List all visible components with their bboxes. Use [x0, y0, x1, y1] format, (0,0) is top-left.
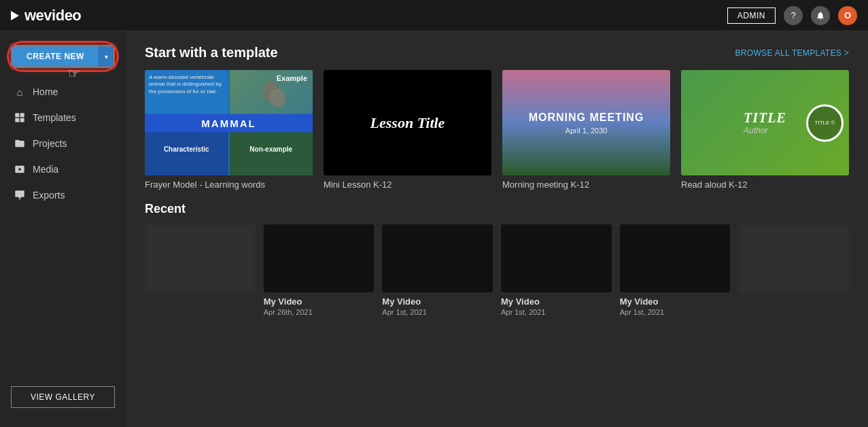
sidebar-item-projects[interactable]: Projects — [0, 131, 126, 156]
templates-section-title: Start with a template — [145, 45, 278, 61]
topbar-right: ADMIN ? O — [727, 6, 857, 25]
recent-thumb-3 — [382, 224, 493, 292]
morning-meeting-date: April 1, 2030 — [566, 126, 608, 135]
morning-meeting-label: Morning meeting K-12 — [502, 180, 670, 190]
frayer-label: Frayer Model - Learning words — [145, 180, 313, 190]
sidebar-item-media[interactable]: Media — [0, 156, 126, 182]
logo-text: wevideo — [24, 7, 81, 24]
recent-thumb-4 — [501, 224, 612, 292]
recent-thumb-1 — [145, 224, 256, 292]
topbar-left: wevideo — [11, 7, 81, 24]
view-gallery-button[interactable]: VIEW GALLERY — [11, 386, 115, 408]
topbar: wevideo ADMIN ? O — [0, 0, 868, 31]
sidebar-item-templates[interactable]: Templates — [0, 105, 126, 131]
recent-thumb-5 — [620, 224, 731, 292]
recent-card-3-date: Apr 1st, 2021 — [382, 308, 493, 316]
read-aloud-thumb: TITLE Author TITLE © — [681, 70, 849, 175]
media-icon — [14, 163, 26, 175]
recent-card-2[interactable]: My Video Apr 26th, 2021 — [264, 224, 375, 316]
svg-rect-0 — [15, 113, 19, 117]
help-icon[interactable]: ? — [784, 6, 803, 25]
content-area: Start with a template BROWSE ALL TEMPLAT… — [126, 31, 868, 427]
recent-section-title: Recent — [145, 202, 849, 216]
create-new-button[interactable]: CREATE NEW — [12, 46, 99, 67]
templates-icon — [14, 112, 26, 124]
create-new-wrapper: CREATE NEW ▾ ☞ — [0, 39, 126, 79]
exports-icon — [14, 189, 26, 201]
recent-thumb-6 — [738, 224, 849, 292]
read-aloud-author: Author — [744, 126, 767, 135]
home-icon: ⌂ — [14, 86, 26, 98]
svg-point-7 — [270, 89, 285, 108]
recent-cards-row: My Video Apr 26th, 2021 My Video Apr 1st… — [145, 224, 849, 316]
recent-card-5-date: Apr 1st, 2021 — [620, 308, 731, 316]
recent-card-6[interactable] — [738, 224, 849, 316]
recent-card-4-date: Apr 1st, 2021 — [501, 308, 612, 316]
svg-rect-3 — [20, 118, 24, 122]
create-new-dropdown-button[interactable]: ▾ — [99, 46, 114, 67]
sidebar-item-exports[interactable]: Exports — [0, 182, 126, 208]
sidebar-item-templates-label: Templates — [33, 112, 76, 123]
create-new-btn-group: CREATE NEW ▾ — [11, 45, 115, 68]
recent-card-1[interactable] — [145, 224, 256, 316]
projects-icon — [14, 137, 26, 150]
recent-card-2-name: My Video — [264, 296, 375, 307]
browse-all-templates-link[interactable]: BROWSE ALL TEMPLATES > — [735, 48, 849, 58]
sidebar-item-media-label: Media — [33, 164, 58, 175]
recent-card-5-name: My Video — [620, 296, 731, 307]
mini-lesson-label: Mini Lesson K-12 — [324, 180, 491, 190]
sidebar: CREATE NEW ▾ ☞ ⌂ Home Templates Projects — [0, 31, 126, 427]
user-avatar[interactable]: O — [838, 6, 857, 25]
recent-card-3[interactable]: My Video Apr 1st, 2021 — [382, 224, 493, 316]
svg-rect-2 — [15, 118, 19, 122]
recent-thumb-2 — [264, 224, 375, 292]
sidebar-item-exports-label: Exports — [33, 190, 65, 201]
recent-card-3-name: My Video — [382, 296, 493, 307]
recent-card-4[interactable]: My Video Apr 1st, 2021 — [501, 224, 612, 316]
template-card-frayer[interactable]: A warm-blooded vertebrate animal that is… — [145, 70, 313, 190]
recent-card-4-name: My Video — [501, 296, 612, 307]
sidebar-item-home-label: Home — [33, 86, 58, 97]
bell-icon[interactable] — [811, 6, 830, 25]
read-aloud-label: Read aloud K-12 — [681, 180, 849, 190]
templates-section-header: Start with a template BROWSE ALL TEMPLAT… — [145, 45, 849, 61]
template-card-mini-lesson[interactable]: Lesson Title Mini Lesson K-12 — [324, 70, 491, 190]
template-card-read-aloud[interactable]: TITLE Author TITLE © Read aloud K-12 — [681, 70, 849, 190]
sidebar-item-home[interactable]: ⌂ Home — [0, 79, 126, 105]
svg-rect-1 — [20, 113, 24, 117]
template-cards-row: A warm-blooded vertebrate animal that is… — [145, 70, 849, 190]
read-aloud-badge: TITLE © — [806, 104, 844, 141]
logo-play-icon — [11, 11, 19, 20]
recent-card-5[interactable]: My Video Apr 1st, 2021 — [620, 224, 731, 316]
mini-lesson-thumb: Lesson Title — [324, 70, 491, 175]
main-layout: CREATE NEW ▾ ☞ ⌂ Home Templates Projects — [0, 31, 868, 427]
admin-button[interactable]: ADMIN — [727, 7, 776, 24]
read-aloud-title: TITLE — [744, 110, 786, 126]
template-card-morning-meeting[interactable]: MORNING MEETING April 1, 2030 Morning me… — [502, 70, 670, 190]
morning-meeting-title: MORNING MEETING — [529, 112, 644, 124]
morning-meeting-thumb: MORNING MEETING April 1, 2030 — [502, 70, 670, 175]
recent-card-2-date: Apr 26th, 2021 — [264, 308, 375, 316]
mini-lesson-title: Lesson Title — [370, 114, 445, 132]
sidebar-item-projects-label: Projects — [33, 138, 67, 149]
mammal-banner: MAMMAL — [145, 114, 313, 132]
frayer-thumb: A warm-blooded vertebrate animal that is… — [145, 70, 313, 175]
